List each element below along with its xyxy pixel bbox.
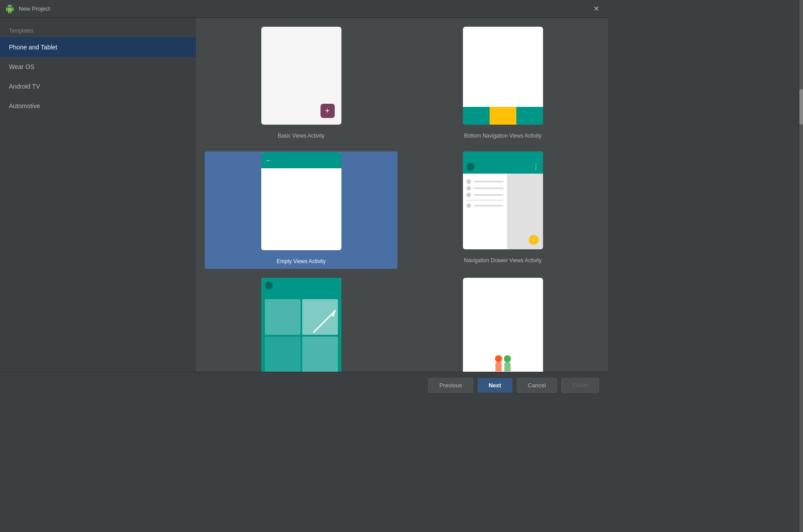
titlebar: New Project ✕ bbox=[0, 0, 608, 18]
template-preview-figure bbox=[463, 278, 543, 372]
sidebar-section-label: Templates bbox=[0, 22, 196, 37]
fab-plus-icon: + bbox=[320, 104, 335, 118]
template-card-nav-drawer[interactable]: ⋮ bbox=[406, 151, 599, 269]
sidebar-item-automotive[interactable]: Automotive bbox=[0, 96, 196, 116]
close-button[interactable]: ✕ bbox=[590, 3, 603, 15]
nav-drawer-fab: + bbox=[529, 235, 539, 245]
template-card-basic-views[interactable]: + Basic Views Activity bbox=[205, 27, 397, 142]
template-grid: + Basic Views Activity Bottom Navigation… bbox=[196, 18, 608, 372]
template-preview-bottom-nav bbox=[463, 27, 543, 125]
android-icon bbox=[5, 4, 14, 13]
template-card-empty-views[interactable]: ← Empty Views Activity bbox=[205, 151, 397, 269]
template-label-nav-drawer: Navigation Drawer Views Activity bbox=[458, 254, 547, 267]
window-title: New Project bbox=[19, 5, 590, 12]
template-preview-nav-drawer: ⋮ bbox=[463, 151, 543, 249]
template-preview-basic-views: + bbox=[261, 27, 341, 125]
sidebar: Templates Phone and Tablet Wear OS Andro… bbox=[0, 18, 196, 372]
template-card-figure[interactable]: Login Activity bbox=[406, 278, 599, 372]
template-card-bottom-nav[interactable]: Bottom Navigation Views Activity bbox=[406, 27, 599, 142]
cancel-button[interactable]: Cancel bbox=[517, 378, 557, 393]
sidebar-item-android-tv[interactable]: Android TV bbox=[0, 77, 196, 96]
finish-button[interactable]: Finish bbox=[561, 378, 599, 393]
next-button[interactable]: Next bbox=[478, 378, 512, 393]
template-card-chart[interactable]: Fragment + ViewModel bbox=[205, 278, 397, 372]
template-preview-chart bbox=[261, 278, 341, 372]
template-label-bottom-nav: Bottom Navigation Views Activity bbox=[459, 129, 547, 142]
template-label-basic-views: Basic Views Activity bbox=[272, 129, 330, 142]
template-label-empty-views: Empty Views Activity bbox=[272, 255, 331, 268]
sidebar-item-phone-tablet[interactable]: Phone and Tablet bbox=[0, 37, 196, 57]
main-content: Templates Phone and Tablet Wear OS Andro… bbox=[0, 18, 608, 372]
template-preview-empty-views: ← bbox=[261, 152, 341, 250]
sidebar-item-wear-os[interactable]: Wear OS bbox=[0, 57, 196, 77]
previous-button[interactable]: Previous bbox=[428, 378, 473, 393]
footer: Previous Next Cancel Finish bbox=[0, 372, 608, 398]
